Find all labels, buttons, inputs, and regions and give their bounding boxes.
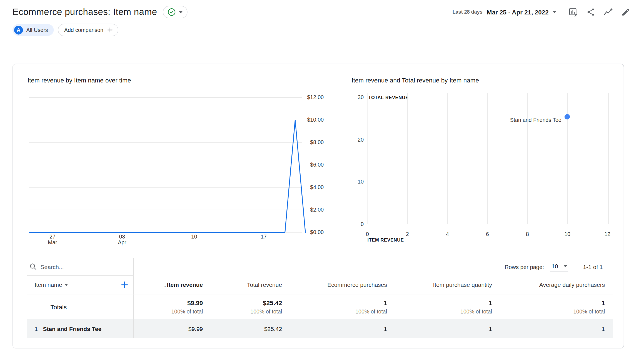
scatter-chart-title: Item revenue and Total revenue by Item n… (352, 77, 479, 84)
x-tick-label: 17 (251, 234, 276, 240)
scatter-data-point[interactable] (565, 114, 570, 119)
table-search (27, 258, 134, 276)
line-chart-plot (29, 88, 325, 240)
table-toolbar: Rows per page: 10 1-1 of 1 (27, 258, 613, 276)
y-tick-label: 30 (342, 94, 364, 101)
insights-button[interactable] (602, 6, 614, 18)
segment-chip-all-users[interactable]: A All Users (13, 24, 54, 36)
rows-per-page-value: 10 (551, 263, 558, 269)
date-range-value: Mar 25 - Apr 21, 2022 (487, 9, 549, 16)
segment-label: All Users (26, 27, 48, 33)
report-card: Item revenue by Item name over time $12.… (13, 64, 624, 348)
add-comparison-label: Add comparison (64, 27, 103, 33)
data-table: Rows per page: 10 1-1 of 1 Item name (27, 258, 613, 338)
scatter-overlay: Stan and Friends Tee (367, 93, 609, 224)
line-chart: $12.00 $10.00 $8.00 $6.00 $4.00 $2.00 $0… (29, 88, 325, 240)
row-index: 1 (27, 325, 43, 332)
y-tick-label: $8.00 (294, 139, 324, 146)
y-tick-label: $4.00 (294, 184, 324, 191)
sort-descending-icon: ↓ (164, 282, 166, 288)
totals-cell: 1100% of total (290, 294, 395, 319)
x-tick-label: 27Mar (40, 234, 65, 246)
row-cell: 1 (500, 319, 613, 338)
chevron-down-icon (552, 11, 556, 13)
y-tick-label: 20 (342, 137, 364, 143)
totals-cell: $9.99100% of total (134, 294, 211, 319)
y-tick-label: 0 (342, 221, 364, 228)
pencil-icon (621, 7, 630, 17)
row-name-cell: 1 Stan and Friends Tee (27, 319, 134, 338)
line-chart-title: Item revenue by Item name over time (28, 77, 131, 84)
line-chart-x-axis: 27Mar 03Apr 10 17 (29, 234, 325, 248)
column-header-item-purchase-quantity[interactable]: Item purchase quantity (395, 276, 500, 294)
column-header-ecommerce-purchases[interactable]: Ecommerce purchases (290, 276, 395, 294)
column-header-item-revenue[interactable]: ↓Item revenue (134, 276, 211, 294)
y-tick-label: $12.00 (294, 94, 324, 101)
totals-cell: 1100% of total (500, 294, 613, 319)
date-range-label: Last 28 days (453, 9, 483, 15)
analytics-report-page: Ecommerce purchases: Item name Last 28 d… (0, 0, 644, 354)
share-button[interactable] (585, 6, 596, 18)
scatter-point-label: Stan and Friends Tee (510, 117, 561, 124)
rows-per-page-select[interactable]: 10 (550, 262, 568, 272)
totals-cell: $25.42100% of total (211, 294, 290, 319)
search-input[interactable] (40, 263, 111, 270)
table-totals-row: Totals $9.99100% of total $25.42100% of … (27, 294, 613, 319)
check-circle-icon (168, 8, 176, 16)
x-tick-label: 2 (399, 232, 416, 237)
y-tick-label: $10.00 (294, 117, 324, 123)
header-actions: Last 28 days Mar 25 - Apr 21, 2022 (453, 6, 631, 18)
table-row: 1 Stan and Friends Tee $9.99 $25.42 1 1 … (27, 319, 613, 338)
row-cell: 1 (290, 319, 395, 338)
add-comparison-button[interactable]: Add comparison (58, 24, 118, 36)
x-tick-label: 4 (439, 232, 456, 237)
report-status-chip[interactable] (163, 6, 188, 18)
share-icon (586, 7, 595, 17)
segment-bar: A All Users Add comparison (0, 24, 644, 36)
page-title: Ecommerce purchases: Item name (13, 7, 157, 17)
customize-chart-button[interactable] (567, 6, 579, 18)
date-range-picker[interactable]: Mar 25 - Apr 21, 2022 (487, 9, 556, 16)
x-tick-label: 6 (479, 232, 496, 237)
add-secondary-dimension-button[interactable] (120, 280, 129, 289)
chart-edit-icon (568, 7, 578, 17)
scatter-x-axis: 0 2 4 6 8 10 12 (367, 232, 617, 238)
totals-label-cell: Totals (27, 294, 134, 319)
scatter-y-axis: 30 20 10 0 (342, 93, 364, 224)
item-revenue-line-series (29, 120, 305, 232)
x-tick-label: 12 (599, 232, 616, 237)
rows-per-page-label: Rows per page: (505, 264, 544, 270)
row-cell: 1 (395, 319, 500, 338)
segment-a-badge: A (14, 26, 23, 34)
x-tick-label: 03Apr (109, 234, 134, 246)
totals-label: Totals (27, 303, 67, 310)
totals-cell: 1100% of total (395, 294, 500, 319)
toolbar-icons (567, 6, 631, 18)
plus-icon (107, 27, 113, 33)
chevron-down-icon (65, 284, 68, 286)
row-item-name: Stan and Friends Tee (43, 325, 101, 332)
y-tick-label: 10 (342, 179, 364, 185)
row-cell: $9.99 (134, 319, 211, 338)
table-pagination-controls: Rows per page: 10 1-1 of 1 (134, 258, 613, 276)
row-cell: $25.42 (211, 319, 290, 338)
x-tick-label: 8 (519, 232, 536, 237)
table-header-row: Item name ↓Item revenue Total revenue Ec… (27, 276, 613, 294)
pagination-range: 1-1 of 1 (583, 263, 603, 270)
x-tick-label: 10 (182, 234, 207, 240)
x-tick-label: 10 (559, 232, 576, 237)
insights-sparkline-icon (603, 7, 613, 17)
y-tick-label: $6.00 (294, 162, 324, 168)
column-header-total-revenue[interactable]: Total revenue (211, 276, 290, 294)
chevron-down-icon (563, 265, 567, 267)
column-header-average-daily-purchasers[interactable]: Average daily purchasers (500, 276, 613, 294)
dimension-column-label: Item name (34, 282, 62, 288)
y-tick-label: $2.00 (294, 207, 324, 213)
x-tick-label: 0 (359, 232, 376, 237)
column-header-item-name[interactable]: Item name (27, 276, 134, 294)
search-icon (29, 263, 36, 270)
edit-report-button[interactable] (620, 6, 631, 18)
report-header: Ecommerce purchases: Item name Last 28 d… (0, 0, 644, 18)
chevron-down-icon (179, 11, 183, 13)
